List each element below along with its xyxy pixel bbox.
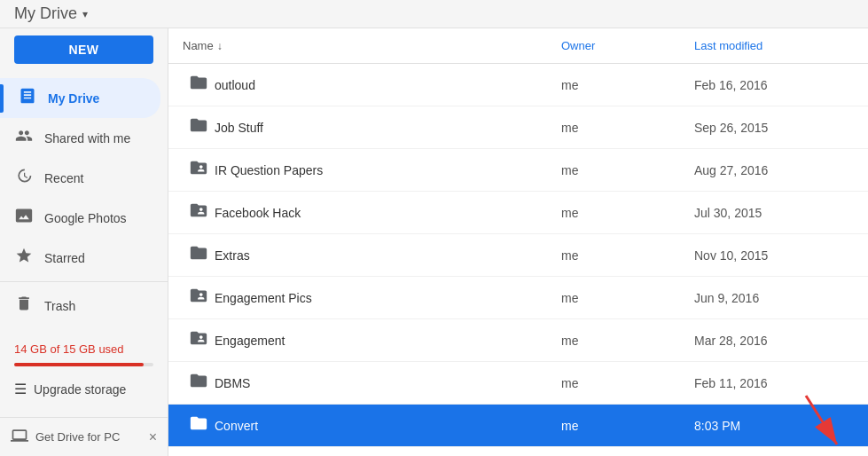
shared-icon xyxy=(14,127,34,149)
table-row[interactable]: DBMSmeFeb 11, 2016 xyxy=(168,362,868,405)
storage-text: 14 GB of 15 GB used xyxy=(14,342,153,356)
table-row[interactable]: Convertme8:03 PM xyxy=(168,405,868,447)
file-name: Facebook Hack xyxy=(215,206,561,220)
close-get-drive-button[interactable]: × xyxy=(149,429,157,445)
file-owner: me xyxy=(561,334,694,348)
get-drive-label: Get Drive for PC xyxy=(35,430,120,444)
sidebar-divider xyxy=(0,281,168,282)
content-area: Name ↓ Owner Last modified outloudmeFeb … xyxy=(168,28,868,456)
sidebar-label-shared: Shared with me xyxy=(44,131,130,145)
sidebar-item-shared-with-me[interactable]: Shared with me xyxy=(0,118,160,158)
sidebar-item-recent[interactable]: Recent xyxy=(0,158,160,198)
file-name: Engagement Pics xyxy=(215,291,561,305)
upgrade-label: Upgrade storage xyxy=(34,382,126,397)
upgrade-storage-button[interactable]: ☰ Upgrade storage xyxy=(14,375,153,403)
photos-icon xyxy=(14,207,34,229)
folder-icon xyxy=(189,73,208,97)
file-icon-wrap xyxy=(183,73,215,97)
file-list: outloudmeFeb 16, 2016 Job StuffmeSep 26,… xyxy=(168,64,868,456)
file-icon-wrap xyxy=(183,413,215,437)
sidebar-label-photos: Google Photos xyxy=(44,211,127,225)
get-drive-bar: Get Drive for PC × xyxy=(0,417,168,456)
top-bar: My Drive ▾ xyxy=(0,0,868,28)
table-row[interactable]: Engagement PicsmeJun 9, 2016 xyxy=(168,277,868,319)
sidebar-label-starred: Starred xyxy=(44,251,85,265)
folder-icon xyxy=(189,413,208,437)
table-row[interactable]: Facebook HackmeJul 30, 2015 xyxy=(168,192,868,234)
folder-icon xyxy=(189,371,208,395)
file-owner: me xyxy=(561,291,694,305)
col-name-label: Name xyxy=(183,39,214,52)
file-owner: me xyxy=(561,419,694,433)
file-date: Aug 27, 2016 xyxy=(694,163,854,177)
file-icon-wrap xyxy=(183,200,215,224)
table-row[interactable]: outloudmeFeb 16, 2016 xyxy=(168,64,868,106)
folder-shared-icon xyxy=(189,286,208,310)
file-owner: me xyxy=(561,206,694,220)
breadcrumb-dropdown-arrow[interactable]: ▾ xyxy=(82,8,88,20)
file-owner: me xyxy=(561,78,694,92)
file-owner: me xyxy=(561,121,694,135)
file-date: Jun 9, 2016 xyxy=(694,291,854,305)
table-row[interactable]: IR Question PapersmeAug 27, 2016 xyxy=(168,149,868,192)
sidebar-item-starred[interactable]: Starred xyxy=(0,238,160,278)
file-name: Job Stuff xyxy=(215,121,561,135)
file-icon-wrap xyxy=(183,328,215,352)
sidebar: NEW My Drive Shared with me Recent Goo xyxy=(0,28,168,456)
breadcrumb: My Drive ▾ xyxy=(14,4,88,23)
file-owner: me xyxy=(561,248,694,263)
breadcrumb-title-text: My Drive xyxy=(14,4,77,23)
file-date: Mar 28, 2016 xyxy=(694,334,854,348)
folder-icon xyxy=(189,243,208,267)
sidebar-item-google-photos[interactable]: Google Photos xyxy=(0,198,160,238)
trash-icon xyxy=(14,295,34,317)
file-icon-wrap xyxy=(183,286,215,310)
file-date: Feb 11, 2016 xyxy=(694,376,854,390)
storage-section: 14 GB of 15 GB used ☰ Upgrade storage xyxy=(0,328,168,417)
file-date: Sep 26, 2015 xyxy=(694,121,854,135)
folder-shared-icon xyxy=(189,200,208,224)
active-indicator xyxy=(0,84,4,113)
file-name: outloud xyxy=(215,78,561,92)
folder-shared-icon xyxy=(189,158,208,182)
file-date: Feb 16, 2016 xyxy=(694,78,854,92)
file-owner: me xyxy=(561,376,694,390)
monitor-icon xyxy=(11,427,28,447)
folder-icon xyxy=(189,115,208,139)
table-row[interactable]: Job StuffmeSep 26, 2015 xyxy=(168,106,868,149)
file-icon-wrap xyxy=(183,158,215,182)
file-name: Engagement xyxy=(215,334,561,348)
table-row[interactable]: EngagementmeMar 28, 2016 xyxy=(168,319,868,362)
file-date: Nov 10, 2015 xyxy=(694,248,854,263)
main-layout: NEW My Drive Shared with me Recent Goo xyxy=(0,28,868,456)
new-button[interactable]: NEW xyxy=(14,35,153,64)
upgrade-icon: ☰ xyxy=(14,381,27,397)
col-owner-header[interactable]: Owner xyxy=(561,39,694,52)
file-name: Extras xyxy=(215,248,561,263)
col-name-header[interactable]: Name ↓ xyxy=(183,39,561,52)
sidebar-item-trash[interactable]: Trash xyxy=(0,286,160,326)
storage-bar-bg xyxy=(14,363,153,366)
sort-arrow-icon: ↓ xyxy=(217,40,223,52)
storage-bar-fill xyxy=(14,363,144,366)
folder-shared-icon xyxy=(189,328,208,352)
file-name: IR Question Papers xyxy=(215,163,561,177)
recent-icon xyxy=(14,167,34,189)
get-drive-content[interactable]: Get Drive for PC xyxy=(11,427,120,447)
starred-icon xyxy=(14,247,34,269)
file-icon-wrap xyxy=(183,243,215,267)
table-row[interactable]: ExtrasmeNov 10, 2015 xyxy=(168,234,868,277)
sidebar-label-recent: Recent xyxy=(44,171,83,185)
sidebar-item-my-drive[interactable]: My Drive xyxy=(0,78,160,118)
file-name: DBMS xyxy=(215,376,561,390)
table-header: Name ↓ Owner Last modified xyxy=(168,28,868,64)
sidebar-label-trash: Trash xyxy=(44,299,75,313)
file-date: 8:03 PM xyxy=(694,419,854,433)
file-name: Convert xyxy=(215,419,561,433)
file-icon-wrap xyxy=(183,115,215,139)
file-icon-wrap xyxy=(183,371,215,395)
col-modified-header[interactable]: Last modified xyxy=(694,39,854,52)
my-drive-icon xyxy=(18,87,37,109)
file-date: Jul 30, 2015 xyxy=(694,206,854,220)
sidebar-label-my-drive: My Drive xyxy=(48,91,99,106)
